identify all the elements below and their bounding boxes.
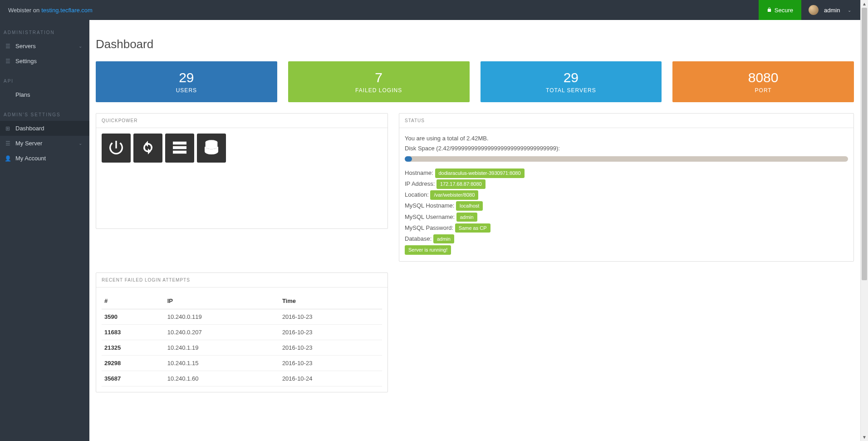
sidebar-item-plans[interactable]: Plans <box>0 87 89 102</box>
status-disk-line: Disk Space (2.42/99999999999999999999999… <box>405 144 848 154</box>
cell-id: 35687 <box>102 371 165 386</box>
stat-label: TOTAL SERVERS <box>546 87 596 94</box>
status-row-running: Server is running! <box>405 245 848 255</box>
status-panel: STATUS You are using a total of 2.42MB. … <box>399 113 854 262</box>
stat-card-port[interactable]: 8080 PORT <box>672 61 854 102</box>
stat-value: 8080 <box>748 70 779 85</box>
topbar-right: Secure admin ⌄ <box>759 0 860 20</box>
username: admin <box>824 7 840 14</box>
page-title: Dashboard <box>89 20 860 61</box>
sidebar-item-settings[interactable]: ☰ Settings <box>0 54 89 69</box>
stat-card-failed-logins[interactable]: 7 FAILED LOGINS <box>288 61 470 102</box>
lock-icon <box>767 7 772 14</box>
list-icon: ☰ <box>4 140 12 147</box>
avatar <box>809 5 819 15</box>
status-badge: 172.17.68.87:8080 <box>436 179 485 189</box>
sidebar-item-myserver[interactable]: ☰ My Server ⌄ <box>0 136 89 151</box>
sidebar-item-dashboard[interactable]: ⊞ Dashboard <box>0 121 89 136</box>
cell-ip: 10.240.0.207 <box>165 324 280 340</box>
brand-prefix: Webister on <box>8 7 39 14</box>
sidebar-section-admin: ADMINISTRATION <box>0 20 89 39</box>
scrollbar[interactable]: ▲ ▼ <box>860 0 868 441</box>
cell-id: 21325 <box>102 340 165 355</box>
status-badge: Same as CP <box>455 223 490 233</box>
stat-value: 29 <box>179 70 194 85</box>
secure-label: Secure <box>775 7 793 14</box>
status-badge: localhost <box>456 201 483 211</box>
stat-value: 29 <box>564 70 579 85</box>
status-badge: dodiaraculus-webister-3930971:8080 <box>435 168 525 178</box>
status-badge: admin <box>433 234 454 244</box>
panel-header: RECENT FAILED LOGIN ATTEMPTS <box>96 273 387 287</box>
table-header-row: # IP Time <box>102 293 382 309</box>
cell-ip: 10.240.1.15 <box>165 355 280 371</box>
col-ip: IP <box>165 293 280 309</box>
sidebar-item-label: Settings <box>15 58 37 64</box>
restart-button[interactable] <box>133 134 162 163</box>
main-content: Dashboard 29 USERS 7 FAILED LOGINS 29 TO… <box>89 20 860 441</box>
stat-label: USERS <box>176 87 197 94</box>
failed-logins-panel: RECENT FAILED LOGIN ATTEMPTS # IP Time 3… <box>96 273 388 392</box>
power-icon <box>107 139 125 158</box>
table-row: 1168310.240.0.2072016-10-23 <box>102 324 382 340</box>
cell-ip: 10.240.1.60 <box>165 371 280 386</box>
table-row: 2929810.240.1.152016-10-23 <box>102 355 382 371</box>
scrollbar-thumb[interactable] <box>862 8 867 280</box>
sidebar-item-servers[interactable]: ☰ Servers ⌄ <box>0 39 89 54</box>
sidebar-section-api: API <box>0 69 89 87</box>
table-row: 3568710.240.1.602016-10-24 <box>102 371 382 386</box>
refresh-icon <box>139 139 157 158</box>
panel-header: QUICKPOWER <box>96 114 387 128</box>
status-row-hostname: Hostname: dodiaraculus-webister-3930971:… <box>405 168 848 178</box>
chevron-down-icon: ⌄ <box>78 141 82 146</box>
sidebar-item-label: Dashboard <box>15 125 44 132</box>
status-row-ip: IP Address: 172.17.68.87:8080 <box>405 179 848 189</box>
sidebar-section-admins-settings: ADMIN'S SETTINGS <box>0 102 89 121</box>
disk-progress-fill <box>405 156 412 162</box>
brand: Webister on testing.tecflare.com <box>0 7 93 14</box>
stat-card-total-servers[interactable]: 29 TOTAL SERVERS <box>481 61 662 102</box>
sidebar-item-label: Plans <box>15 91 30 98</box>
sidebar: ADMINISTRATION ☰ Servers ⌄ ☰ Settings AP… <box>0 20 89 441</box>
cell-ip: 10.240.1.19 <box>165 340 280 355</box>
stat-label: FAILED LOGINS <box>355 87 402 94</box>
cell-id: 11683 <box>102 324 165 340</box>
cell-time: 2016-10-23 <box>280 309 382 324</box>
cell-time: 2016-10-23 <box>280 324 382 340</box>
status-badge: /var/webister/8080 <box>430 190 478 200</box>
list-icon: ☰ <box>4 43 12 50</box>
status-running-badge: Server is running! <box>405 245 451 255</box>
secure-badge: Secure <box>759 0 801 20</box>
quickpower-panel: QUICKPOWER <box>96 113 388 229</box>
power-button[interactable] <box>102 134 131 163</box>
server-icon <box>171 139 189 158</box>
list-icon: ☰ <box>4 58 12 64</box>
brand-host-link[interactable]: testing.tecflare.com <box>41 7 93 14</box>
sidebar-item-myaccount[interactable]: 👤 My Account <box>0 151 89 166</box>
user-menu[interactable]: admin ⌄ <box>801 0 860 20</box>
chevron-down-icon: ⌄ <box>78 44 82 49</box>
stats-row: 29 USERS 7 FAILED LOGINS 29 TOTAL SERVER… <box>89 61 860 102</box>
status-row-mysql-user: MySQL Username: admin <box>405 212 848 222</box>
chevron-down-icon: ⌄ <box>848 8 851 13</box>
cell-id: 29298 <box>102 355 165 371</box>
scroll-down-icon[interactable]: ▼ <box>861 433 868 441</box>
scroll-up-icon[interactable]: ▲ <box>861 0 868 8</box>
status-row-database: Database: admin <box>405 234 848 244</box>
disk-progress <box>405 156 848 162</box>
col-time: Time <box>280 293 382 309</box>
table-row: 359010.240.0.1192016-10-23 <box>102 309 382 324</box>
database-button[interactable] <box>197 134 226 163</box>
cell-time: 2016-10-23 <box>280 355 382 371</box>
stat-value: 7 <box>375 70 383 85</box>
status-row-mysql-host: MySQL Hostname: localhost <box>405 201 848 211</box>
database-icon <box>202 139 221 158</box>
stat-card-users[interactable]: 29 USERS <box>96 61 277 102</box>
dashboard-icon: ⊞ <box>4 125 12 132</box>
quickpower-buttons <box>102 134 382 163</box>
cell-time: 2016-10-23 <box>280 340 382 355</box>
topbar: Webister on testing.tecflare.com Secure … <box>0 0 860 20</box>
server-button[interactable] <box>165 134 194 163</box>
failed-logins-table: # IP Time 359010.240.0.1192016-10-231168… <box>102 293 382 386</box>
sidebar-item-label: My Server <box>15 140 42 147</box>
